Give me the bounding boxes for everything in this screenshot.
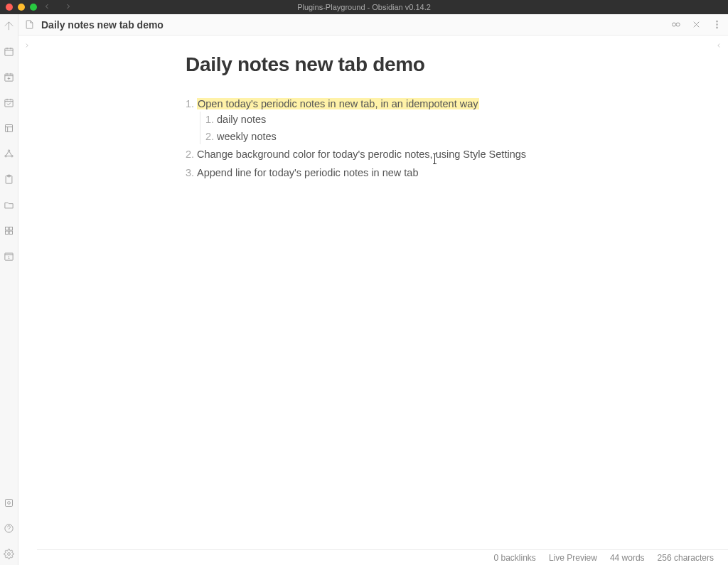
clipboard-icon[interactable] <box>4 173 15 185</box>
maximize-window-button[interactable] <box>30 4 37 11</box>
window-controls <box>6 0 37 14</box>
svg-point-33 <box>8 501 11 504</box>
left-ribbon: 1 <box>0 14 18 565</box>
reading-mode-button[interactable] <box>670 19 681 30</box>
svg-rect-28 <box>9 231 12 234</box>
insert-template-icon[interactable] <box>4 225 15 236</box>
editor-content[interactable]: Daily notes new tab demo Open today's pe… <box>18 36 728 549</box>
svg-point-19 <box>11 155 14 157</box>
calendar-icon[interactable] <box>4 45 15 57</box>
folder-icon[interactable] <box>4 199 15 210</box>
template-icon[interactable] <box>4 122 15 134</box>
backlinks-count[interactable]: 0 backlinks <box>494 553 536 563</box>
main-column: Daily notes new tab demo Daily notes <box>18 14 728 565</box>
more-options-button[interactable] <box>712 19 722 30</box>
svg-rect-25 <box>6 227 9 230</box>
list-item: Append line for today's periodic notes i… <box>186 165 586 181</box>
word-count: 44 words <box>610 553 645 563</box>
minimize-window-button[interactable] <box>18 4 25 11</box>
svg-rect-27 <box>6 231 9 234</box>
status-bar: 0 backlinks Live Preview 44 words 256 ch… <box>37 549 728 565</box>
settings-icon[interactable] <box>4 548 15 559</box>
graph-view-icon[interactable] <box>4 148 15 159</box>
tab-header: Daily notes new tab demo <box>18 14 728 36</box>
svg-rect-26 <box>9 227 12 230</box>
char-count: 256 characters <box>658 553 714 563</box>
svg-text:1: 1 <box>8 255 10 259</box>
document-heading: Daily notes new tab demo <box>186 53 586 76</box>
date-icon[interactable]: 1 <box>4 250 15 262</box>
svg-point-36 <box>8 552 11 555</box>
list-item: Open today's periodic notes in new tab, … <box>186 96 586 144</box>
list-item: Change background color for today's pero… <box>186 146 586 162</box>
svg-rect-0 <box>5 48 13 55</box>
quick-switcher-icon[interactable] <box>4 20 15 31</box>
calendar-check-icon[interactable] <box>4 97 15 108</box>
svg-point-18 <box>5 155 7 157</box>
svg-point-37 <box>673 23 676 26</box>
svg-point-42 <box>717 21 718 22</box>
list-item: weekly notes <box>205 129 586 144</box>
close-tab-button[interactable] <box>691 19 702 30</box>
close-window-button[interactable] <box>6 4 13 11</box>
list-item: daily notes <box>205 112 586 127</box>
svg-point-44 <box>717 27 718 28</box>
svg-point-43 <box>717 24 718 26</box>
vault-switcher-icon[interactable] <box>4 497 15 508</box>
tab-title[interactable]: Daily notes new tab demo <box>41 19 670 31</box>
file-icon <box>24 19 36 31</box>
svg-line-21 <box>9 151 11 155</box>
svg-rect-14 <box>6 124 13 131</box>
svg-line-20 <box>6 151 9 155</box>
editor-mode[interactable]: Live Preview <box>549 553 597 563</box>
highlighted-text: Open today's periodic notes in new tab, … <box>197 98 479 109</box>
text-cursor <box>434 154 435 163</box>
daily-note-icon[interactable] <box>4 71 15 82</box>
back-button[interactable] <box>43 2 51 12</box>
nav-arrows <box>43 0 73 14</box>
svg-point-38 <box>676 23 680 26</box>
svg-rect-10 <box>5 99 13 107</box>
window-title: Plugins-Playground - Obsidian v0.14.2 <box>297 3 431 11</box>
svg-rect-32 <box>6 499 13 506</box>
forward-button[interactable] <box>64 2 73 12</box>
svg-point-17 <box>8 149 10 151</box>
title-bar: Plugins-Playground - Obsidian v0.14.2 <box>0 0 728 14</box>
help-icon[interactable] <box>4 522 15 534</box>
